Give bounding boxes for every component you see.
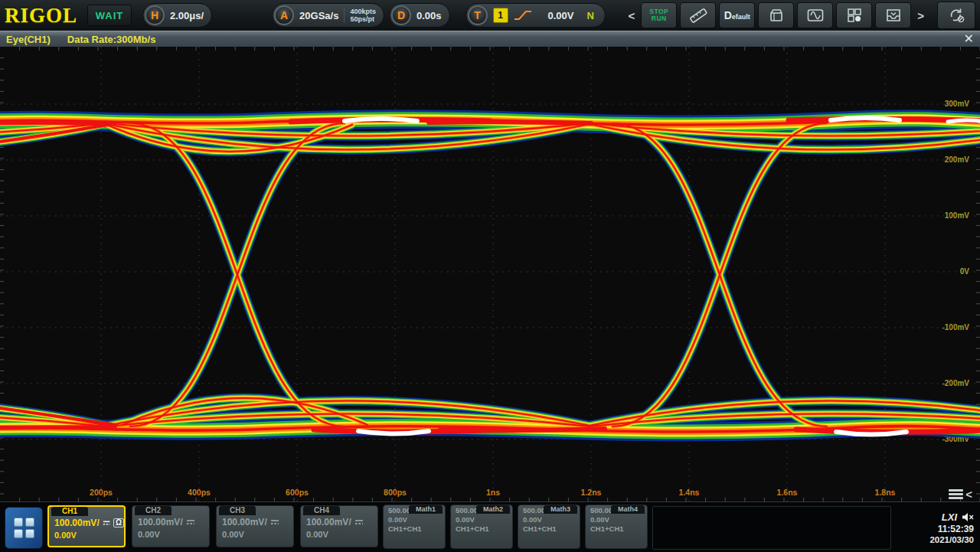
default-rest: efault	[732, 13, 750, 21]
acquisition-status[interactable]: WAIT	[87, 5, 132, 26]
eye-title: Eye(CH1)	[6, 34, 51, 45]
math-expression: CH1+CH1	[590, 524, 647, 533]
run-label: RUN	[652, 15, 667, 22]
math-tab: Math2	[476, 505, 510, 514]
channel-offset: 0.00V	[306, 530, 377, 539]
delay-group[interactable]: D 0.00s	[389, 3, 450, 28]
system-time: 11:52:39	[938, 524, 974, 534]
horizontal-group[interactable]: H 2.00μs/	[142, 3, 212, 28]
math-tab: Math1	[409, 505, 443, 514]
sample-rate-value: 20GSa/s	[299, 10, 338, 21]
channel-status-bar: CH1 100.00mV/ Ω 0.00V CH2 100.00mV/ 0.0	[0, 501, 980, 552]
white-hot-segments	[345, 118, 980, 435]
channel-tab: CH4	[303, 506, 340, 515]
math-offset: 0.00V	[456, 515, 512, 524]
ruler-icon	[688, 6, 708, 24]
math-box-math2[interactable]: Math2 500.00mV/ 0.00V CH1+CH1	[450, 505, 513, 549]
acquire-group[interactable]: A 20GSa/s 400kpts 50ps/pt	[272, 3, 384, 28]
eye-result-bar: Eye(CH1) Data Rate:300Mb/s ✕	[0, 31, 980, 47]
inbox-button[interactable]	[875, 2, 911, 28]
delay-value: 0.00s	[416, 10, 442, 21]
dc-coupling-icon	[270, 519, 279, 525]
menu-toggle[interactable]: <	[949, 489, 972, 499]
channel-box-ch2[interactable]: CH2 100.00mV/ 0.00V	[132, 505, 210, 547]
channel-scale: 100.00mV/	[306, 517, 351, 528]
stop-run-button[interactable]: STOP RUN	[641, 2, 677, 28]
acquire-key[interactable]: A	[274, 5, 294, 25]
math-box-math1[interactable]: Math1 500.00mV/ 0.00V CH1+CH1	[383, 505, 446, 549]
timebase-value: 2.00μs/	[170, 10, 204, 21]
oscilloscope-screen: RIGOL WAIT H 2.00μs/ A 20GSa/s 400kpts 5…	[0, 0, 980, 552]
channel-box-ch1[interactable]: CH1 100.00mV/ Ω 0.00V	[47, 505, 126, 547]
math-box-math3[interactable]: Math3 500.00mV/ 0.00V CH1+CH1	[518, 505, 580, 549]
grid-squares-icon	[14, 518, 34, 538]
scroll-left-chevron[interactable]: <	[625, 9, 638, 22]
channel-offset: 0.00V	[222, 530, 293, 539]
trigger-source-badge[interactable]: 1	[493, 8, 508, 23]
message-area	[652, 506, 891, 550]
channel-scale: 100.00mV/	[54, 518, 100, 528]
horizontal-key[interactable]: H	[145, 5, 165, 25]
eye-data-rate: Data Rate:300Mb/s	[67, 34, 156, 45]
resolution-value: 50ps/pt	[350, 15, 376, 23]
system-info-panel: LXI 11:52:39 2021/03/30	[894, 505, 978, 550]
analyse-button[interactable]	[836, 2, 872, 28]
memory-depth: 400kpts 50ps/pt	[344, 8, 376, 23]
default-initial: D	[724, 9, 732, 21]
mem-depth-value: 400kpts	[350, 8, 376, 15]
trigger-sweep-flag: N	[587, 10, 594, 21]
waveform-record-button[interactable]	[797, 2, 833, 28]
hot-red-overlays	[0, 119, 980, 432]
channel-scale: 100.00mV/	[222, 517, 267, 528]
channel-box-ch3[interactable]: CH3 100.00mV/ 0.00V	[216, 505, 294, 547]
system-date: 2021/03/30	[929, 535, 974, 544]
hamburger-icon	[949, 489, 963, 499]
math-tab: Math3	[544, 505, 577, 514]
dc-coupling-icon	[186, 519, 195, 525]
storage-box-icon	[767, 6, 786, 24]
default-button[interactable]: Default	[719, 2, 755, 28]
channel-scale: 100.00mV/	[138, 517, 183, 528]
waveform-icon	[806, 6, 825, 24]
eye-persistence-traces	[0, 119, 980, 432]
channel-tab: CH1	[51, 507, 88, 516]
eye-diagram-plot	[0, 47, 980, 501]
channel-offset: 0.00V	[54, 531, 124, 540]
trigger-group[interactable]: T 1 0.00V N	[466, 3, 606, 28]
channel-tab: CH2	[135, 506, 172, 515]
math-offset: 0.00V	[523, 515, 580, 524]
tray-icon	[884, 6, 903, 24]
refresh-arrows-icon	[946, 6, 966, 24]
dc-coupling-icon	[103, 520, 110, 526]
toolbar-button-row: < STOP RUN Default	[625, 2, 975, 29]
trigger-key[interactable]: T	[468, 5, 488, 25]
dc-coupling-icon	[354, 519, 364, 525]
math-offset: 0.00V	[388, 515, 445, 524]
utility-button[interactable]	[937, 2, 975, 29]
math-expression: CH1+CH1	[456, 524, 512, 533]
all-channels-button[interactable]	[5, 507, 43, 549]
grid-search-icon	[845, 6, 864, 24]
channel-offset: 0.00V	[138, 530, 209, 539]
channel-tab: CH3	[219, 506, 256, 515]
close-icon[interactable]: ✕	[964, 33, 974, 45]
math-tab: Math4	[611, 505, 645, 514]
math-expression: CH1+CH1	[523, 524, 580, 533]
lxi-label: LXI	[942, 511, 957, 523]
measure-button[interactable]	[680, 2, 716, 28]
math-expression: CH1+CH1	[388, 524, 445, 533]
scroll-right-chevron[interactable]: >	[914, 9, 927, 22]
rising-slope-icon	[514, 9, 532, 21]
top-toolbar: RIGOL WAIT H 2.00μs/ A 20GSa/s 400kpts 5…	[0, 0, 980, 31]
rigol-logo: RIGOL	[5, 4, 87, 28]
waveform-display[interactable]: 300mV 200mV 100mV 0V -100mV -200mV -300m…	[0, 47, 980, 501]
sound-muted-icon[interactable]	[962, 512, 974, 522]
storage-button[interactable]	[758, 2, 794, 28]
channel-box-ch4[interactable]: CH4 100.00mV/ 0.00V	[300, 505, 378, 547]
trigger-level-value: 0.00V	[548, 10, 574, 21]
impedance-icon: Ω	[113, 518, 124, 528]
delay-key[interactable]: D	[391, 5, 411, 25]
math-offset: 0.00V	[590, 515, 647, 524]
chevron-left-icon: <	[965, 490, 972, 499]
math-box-math4[interactable]: Math4 500.00mV/ 0.00V CH1+CH1	[585, 505, 648, 549]
